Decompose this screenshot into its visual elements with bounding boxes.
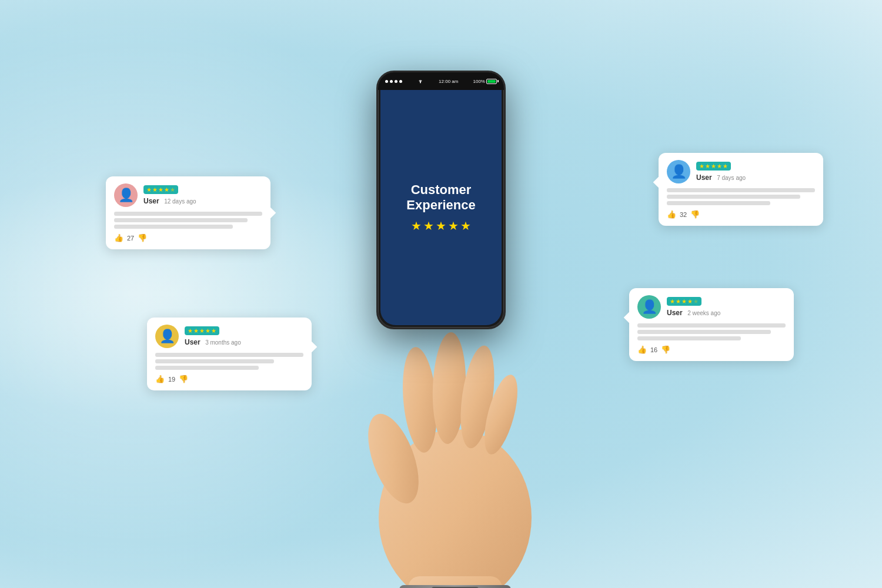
star-badge-3-s5: ★	[211, 328, 216, 334]
card-3-star-badge: ★ ★ ★ ★ ★	[185, 326, 219, 335]
card-3-username-label: User	[185, 338, 201, 346]
card-1-user-name: User 12 days ago	[143, 195, 262, 206]
scene: 12:00 am 100% Customer Experience ★ ★	[0, 0, 882, 588]
phone-screen: Customer Experience ★ ★ ★ ★ ★	[380, 90, 502, 325]
battery-icon	[486, 79, 497, 84]
star-3: ★	[436, 219, 446, 233]
card-4-time: 2 weeks ago	[687, 310, 720, 316]
card-1-thumbup-icon: 👍	[114, 233, 123, 242]
card-4-info: ★ ★ ★ ★ ★ User 2 weeks ago	[667, 295, 786, 318]
star-badge-2-s3: ★	[711, 163, 716, 169]
card-2-info: ★ ★ ★ ★ ★ User 7 days ago	[696, 160, 815, 182]
card-3-time: 3 months ago	[205, 339, 241, 346]
card-3-user-row: User 3 months ago	[185, 336, 303, 347]
review-card-3: 👤 ★ ★ ★ ★ ★ User 3 months ago 👍 19	[147, 318, 312, 390]
card-1-star-badge: ★ ★ ★ ★ ★	[143, 185, 178, 194]
phone-star-rating: ★ ★ ★ ★ ★	[411, 219, 471, 233]
star-1: ★	[411, 219, 422, 233]
card-4-thumbdown-icon: 👎	[661, 345, 670, 354]
card-4-line-1	[637, 323, 786, 328]
avatar-1-icon: 👤	[118, 188, 134, 203]
card-1-thumbdown-icon: 👎	[138, 233, 147, 242]
star-badge-4-s2: ★	[676, 298, 681, 305]
card-3-line-2	[155, 359, 274, 363]
star-badge-1-s3: ★	[158, 186, 163, 193]
card-2-line-3	[667, 201, 770, 205]
card-2-avatar: 👤	[667, 160, 690, 183]
star-badge-1-s2: ★	[152, 186, 158, 193]
wifi-icon	[417, 78, 424, 85]
card-4-star-badge: ★ ★ ★ ★ ★	[667, 297, 701, 306]
card-4-line-2	[637, 330, 771, 334]
card-2-thumbdown-icon: 👎	[690, 210, 700, 219]
card-3-info: ★ ★ ★ ★ ★ User 3 months ago	[185, 325, 303, 347]
card-4-user-row: User 2 weeks ago	[667, 307, 786, 318]
phone-wrapper: 12:00 am 100% Customer Experience ★ ★	[376, 71, 506, 329]
title-line2: Experience	[406, 198, 475, 212]
dot-3	[395, 80, 397, 83]
star-badge-1-s4: ★	[164, 186, 169, 193]
star-2: ★	[423, 219, 434, 233]
title-line1: Customer	[411, 182, 472, 197]
card-1-header: 👤 ★ ★ ★ ★ ★ User 12 days ago	[114, 183, 262, 207]
card-1-line-3	[114, 225, 233, 229]
card-1-time: 12 days ago	[164, 198, 196, 205]
card-2-star-badge: ★ ★ ★ ★ ★	[696, 162, 731, 171]
card-2-footer: 👍 32 👎	[667, 210, 815, 219]
card-2-line-2	[667, 195, 800, 199]
battery-fill	[487, 80, 496, 83]
dot-1	[385, 80, 388, 83]
card-1-line-1	[114, 212, 262, 216]
card-2-line-1	[667, 188, 815, 192]
star-5: ★	[460, 219, 471, 233]
card-2-time: 7 days ago	[717, 175, 746, 181]
star-badge-4-s1: ★	[670, 298, 675, 305]
star-badge-4-s4: ★	[687, 298, 693, 305]
review-card-4: 👤 ★ ★ ★ ★ ★ User 2 weeks ago 👍 16	[629, 288, 794, 361]
card-1-username-label: User	[143, 197, 159, 205]
phone: 12:00 am 100% Customer Experience ★ ★	[376, 71, 506, 329]
card-3-footer: 👍 19 👎	[155, 375, 303, 383]
review-card-1: 👤 ★ ★ ★ ★ ★ User 12 days ago 👍 27	[106, 176, 270, 249]
card-3-thumbup-icon: 👍	[155, 375, 165, 383]
star-badge-4-s3: ★	[681, 298, 687, 305]
card-3-thumbdown-icon: 👎	[179, 375, 188, 383]
star-badge-2-s4: ★	[717, 163, 722, 169]
signal-dots	[385, 80, 402, 83]
card-1-like-count: 27	[127, 235, 134, 242]
star-badge-3-s4: ★	[205, 328, 211, 334]
card-4-like-count: 16	[650, 346, 657, 353]
avatar-2-icon: 👤	[671, 164, 687, 179]
card-1-footer: 👍 27 👎	[114, 233, 262, 242]
review-card-2: 👤 ★ ★ ★ ★ ★ User 7 days ago 👍 32	[659, 153, 823, 226]
card-2-thumbup-icon: 👍	[667, 210, 676, 219]
dot-4	[399, 80, 402, 83]
card-2-like-count: 32	[680, 211, 687, 218]
phone-screen-title: Customer Experience	[406, 182, 475, 213]
card-3-header: 👤 ★ ★ ★ ★ ★ User 3 months ago	[155, 325, 303, 348]
star-badge-2-s2: ★	[705, 163, 710, 169]
star-4: ★	[448, 219, 459, 233]
card-3-avatar: 👤	[155, 325, 179, 348]
card-4-avatar: 👤	[637, 295, 661, 319]
star-badge-3-s3: ★	[199, 328, 205, 334]
card-3-line-3	[155, 366, 259, 370]
star-badge-3-s1: ★	[188, 328, 193, 334]
avatar-3-icon: 👤	[159, 329, 175, 344]
card-1-info: ★ ★ ★ ★ ★ User 12 days ago	[143, 183, 262, 206]
svg-point-11	[420, 82, 421, 83]
card-4-thumbup-icon: 👍	[637, 345, 647, 354]
card-1-avatar: 👤	[114, 183, 138, 207]
card-4-line-3	[637, 336, 741, 340]
dot-2	[390, 80, 393, 83]
card-4-footer: 👍 16 👎	[637, 345, 786, 354]
card-2-header: 👤 ★ ★ ★ ★ ★ User 7 days ago	[667, 160, 815, 183]
time-display: 12:00 am	[439, 79, 458, 84]
star-badge-1-s1: ★	[146, 186, 152, 193]
star-badge-2-s1: ★	[699, 163, 704, 169]
card-4-username-label: User	[667, 309, 683, 317]
battery-percent: 100%	[473, 79, 485, 84]
avatar-4-icon: 👤	[642, 299, 657, 315]
card-4-header: 👤 ★ ★ ★ ★ ★ User 2 weeks ago	[637, 295, 786, 319]
star-badge-4-s5: ★	[693, 298, 699, 305]
